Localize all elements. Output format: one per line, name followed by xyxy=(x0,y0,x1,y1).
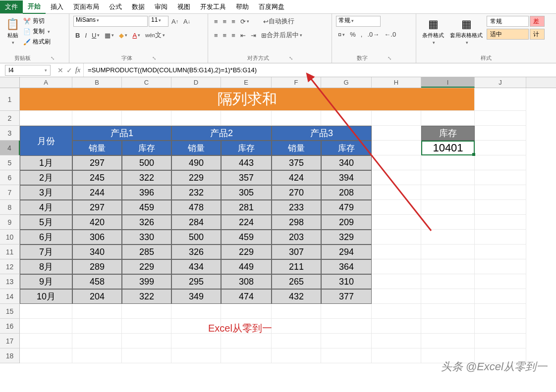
cell[interactable] xyxy=(421,245,475,259)
cell[interactable] xyxy=(372,141,421,155)
cell[interactable]: 394 xyxy=(321,170,372,185)
cell[interactable] xyxy=(421,230,475,245)
increase-font-button[interactable]: A↑ xyxy=(169,17,180,26)
row-header-15[interactable]: 15 xyxy=(0,304,20,319)
cell[interactable] xyxy=(321,111,372,126)
style-bad[interactable]: 差 xyxy=(530,16,545,27)
cell[interactable]: 229 xyxy=(171,170,221,185)
fx-icon[interactable]: fx xyxy=(75,66,80,74)
border-button[interactable]: ▦ xyxy=(103,31,116,40)
cell[interactable] xyxy=(372,111,421,126)
row-header-16[interactable]: 16 xyxy=(0,319,20,334)
style-calc[interactable]: 计 xyxy=(530,29,545,40)
cell[interactable] xyxy=(421,259,475,274)
menu-view[interactable]: 视图 xyxy=(172,0,195,13)
cell[interactable] xyxy=(475,215,526,230)
cell[interactable]: 459 xyxy=(221,230,272,245)
cell[interactable] xyxy=(475,304,526,319)
cell[interactable] xyxy=(421,274,475,289)
align-center-button[interactable]: ≡ xyxy=(221,31,229,40)
result-header[interactable]: 库存 xyxy=(421,126,475,141)
cell[interactable]: 233 xyxy=(272,200,321,215)
cell[interactable]: 294 xyxy=(321,245,372,259)
italic-button[interactable]: I xyxy=(83,31,89,40)
cell[interactable] xyxy=(272,334,321,348)
row-header-3[interactable]: 3 xyxy=(0,126,20,141)
cell[interactable] xyxy=(372,334,421,348)
cell[interactable]: 销量 xyxy=(171,141,221,155)
cell[interactable] xyxy=(122,304,171,319)
cell[interactable] xyxy=(372,170,421,185)
cell[interactable]: 284 xyxy=(171,215,221,230)
cell[interactable] xyxy=(475,111,526,126)
menu-file[interactable]: 文件 xyxy=(0,0,23,13)
cell[interactable] xyxy=(272,111,321,126)
cell[interactable]: 281 xyxy=(221,200,272,215)
font-launcher[interactable]: ⤡ xyxy=(152,55,156,61)
cell[interactable] xyxy=(372,274,421,289)
cell[interactable]: 443 xyxy=(221,155,272,170)
merge-center-button[interactable]: ⊞ 合并后居中 xyxy=(259,30,304,41)
cell[interactable]: 7月 xyxy=(20,245,72,259)
cell[interactable]: 库存 xyxy=(221,141,272,155)
cell[interactable]: 340 xyxy=(321,155,372,170)
cell[interactable] xyxy=(372,230,421,245)
cell[interactable]: 396 xyxy=(122,185,171,200)
cell[interactable] xyxy=(72,304,122,319)
cell[interactable] xyxy=(421,304,475,319)
cell[interactable]: 305 xyxy=(221,185,272,200)
inc-decimal-button[interactable]: .0→ xyxy=(365,30,381,39)
cell[interactable] xyxy=(221,334,272,348)
format-painter-button[interactable]: 🖌️格式刷 xyxy=(23,37,51,47)
cell[interactable]: 9月 xyxy=(20,274,72,289)
cell[interactable] xyxy=(272,348,321,363)
cell[interactable] xyxy=(475,126,526,141)
row-header-8[interactable]: 8 xyxy=(0,200,20,215)
cell[interactable] xyxy=(372,289,421,304)
cell[interactable]: 4月 xyxy=(20,200,72,215)
cell[interactable]: 1月 xyxy=(20,155,72,170)
select-all-corner[interactable] xyxy=(0,77,20,88)
cell[interactable]: 5月 xyxy=(20,215,72,230)
cell[interactable] xyxy=(421,215,475,230)
cell[interactable] xyxy=(372,215,421,230)
cell[interactable] xyxy=(372,126,421,141)
cell[interactable] xyxy=(372,155,421,170)
cell[interactable]: 458 xyxy=(72,274,122,289)
row-header-12[interactable]: 12 xyxy=(0,259,20,274)
cell[interactable] xyxy=(272,304,321,319)
menu-data[interactable]: 数据 xyxy=(127,0,150,13)
cell[interactable] xyxy=(421,155,475,170)
cell[interactable] xyxy=(372,319,421,334)
title-cell[interactable]: 隔列求和 xyxy=(20,88,475,111)
cell[interactable]: 208 xyxy=(321,185,372,200)
cell[interactable] xyxy=(475,334,526,348)
cell[interactable] xyxy=(475,200,526,215)
cell[interactable] xyxy=(372,348,421,363)
cell[interactable]: 270 xyxy=(272,185,321,200)
cell[interactable]: 297 xyxy=(72,155,122,170)
cell[interactable]: 3月 xyxy=(20,185,72,200)
col-header-G[interactable]: G xyxy=(321,77,372,88)
cell[interactable] xyxy=(221,348,272,363)
cell[interactable]: 329 xyxy=(321,230,372,245)
cell[interactable]: 销量 xyxy=(72,141,122,155)
cell[interactable] xyxy=(475,274,526,289)
number-format-select[interactable]: 常规 xyxy=(336,16,381,27)
cell[interactable]: 399 xyxy=(122,274,171,289)
row-header-13[interactable]: 13 xyxy=(0,274,20,289)
menu-dev[interactable]: 开发工具 xyxy=(195,0,231,13)
cell[interactable]: 203 xyxy=(272,230,321,245)
cell[interactable]: 490 xyxy=(171,155,221,170)
row-header-11[interactable]: 11 xyxy=(0,245,20,259)
menu-help[interactable]: 帮助 xyxy=(231,0,254,13)
menu-formula[interactable]: 公式 xyxy=(104,0,127,13)
cell[interactable]: 229 xyxy=(221,245,272,259)
cell[interactable] xyxy=(272,319,321,334)
col-header-I[interactable]: I xyxy=(421,77,475,88)
cell[interactable]: 232 xyxy=(171,185,221,200)
percent-button[interactable]: % xyxy=(348,30,358,39)
cell[interactable] xyxy=(372,304,421,319)
cell[interactable] xyxy=(475,245,526,259)
cell[interactable]: 2月 xyxy=(20,170,72,185)
